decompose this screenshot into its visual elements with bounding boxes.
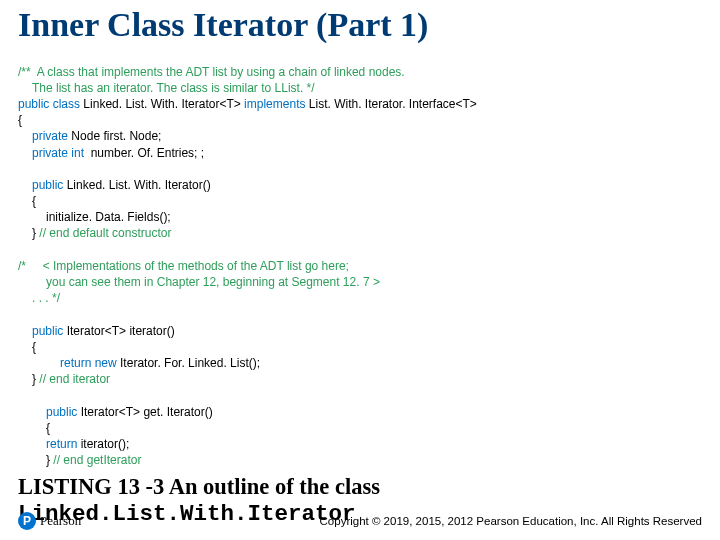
code-text: iterator(); — [77, 437, 129, 451]
keyword: return — [46, 437, 77, 451]
pearson-logo: P Pearson — [18, 512, 81, 530]
code-text: Iterator. For. Linked. List(); — [117, 356, 260, 370]
slide: Inner Class Iterator (Part 1) /** A clas… — [0, 0, 720, 540]
comment-line: /* < Implementations of the methods of t… — [18, 259, 349, 273]
comment-text: // end iterator — [39, 372, 110, 386]
keyword: private int — [32, 146, 84, 160]
code-line: } // end getIterator — [18, 452, 141, 468]
logo-icon: P — [18, 512, 36, 530]
code-line: { — [18, 193, 36, 209]
code-line: public class Linked. List. With. Iterato… — [18, 97, 477, 111]
code-line: initialize. Data. Fields(); — [18, 209, 171, 225]
code-text: Iterator<T> get. Iterator() — [77, 405, 212, 419]
logo-text: Pearson — [40, 513, 81, 529]
keyword: implements — [244, 97, 305, 111]
code-text: Iterator<T> iterator() — [63, 324, 174, 338]
keyword: public class — [18, 97, 80, 111]
code-line: return iterator(); — [18, 436, 129, 452]
comment-line: . . . */ — [18, 290, 60, 306]
caption-lead: LISTING 13 -3 An outline of the class — [18, 474, 380, 499]
copyright-text: Copyright © 2019, 2015, 2012 Pearson Edu… — [81, 515, 702, 527]
keyword: public — [32, 324, 63, 338]
code-text: List. With. Iterator. Interface<T> — [305, 97, 476, 111]
code-line: { — [18, 113, 22, 127]
code-line: private int number. Of. Entries; ; — [18, 145, 204, 161]
code-line: { — [18, 339, 36, 355]
keyword: return new — [60, 356, 117, 370]
code-line: } // end iterator — [18, 371, 110, 387]
comment-text: // end getIterator — [53, 453, 141, 467]
comment-line: /** A class that implements the ADT list… — [18, 65, 405, 79]
keyword: private — [32, 129, 68, 143]
code-line: public Iterator<T> iterator() — [18, 323, 175, 339]
code-line: public Iterator<T> get. Iterator() — [18, 404, 213, 420]
code-block: /** A class that implements the ADT list… — [18, 47, 702, 468]
comment-line: you can see them in Chapter 12, beginnin… — [18, 274, 380, 290]
code-line: private Node first. Node; — [18, 128, 161, 144]
code-line: public Linked. List. With. Iterator() — [18, 177, 211, 193]
code-text: Linked. List. With. Iterator() — [63, 178, 210, 192]
comment-line: The list has an iterator. The class is s… — [18, 80, 315, 96]
slide-title: Inner Class Iterator (Part 1) — [18, 6, 702, 43]
comment-text: // end default constructor — [39, 226, 171, 240]
code-line: } // end default constructor — [18, 225, 171, 241]
code-line: { — [18, 420, 50, 436]
code-text: number. Of. Entries; ; — [84, 146, 204, 160]
footer: P Pearson Copyright © 2019, 2015, 2012 P… — [18, 512, 702, 530]
keyword: public — [32, 178, 63, 192]
code-text: Linked. List. With. Iterator<T> — [80, 97, 244, 111]
keyword: public — [46, 405, 77, 419]
code-text: Node first. Node; — [68, 129, 161, 143]
code-line: return new Iterator. For. Linked. List()… — [18, 355, 260, 371]
